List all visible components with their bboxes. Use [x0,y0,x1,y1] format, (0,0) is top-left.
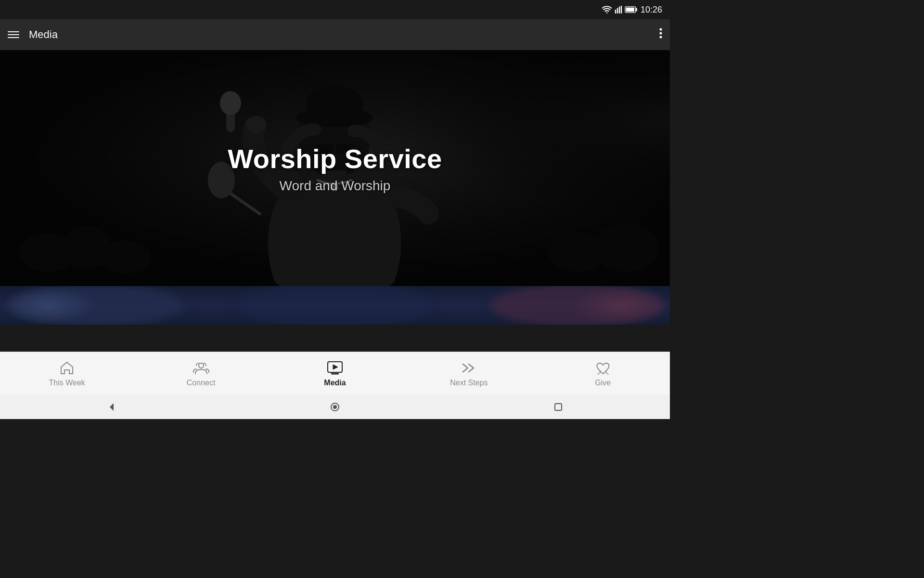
svg-point-10 [660,36,662,39]
nav-item-next-steps[interactable]: Next Steps [440,360,498,387]
svg-point-9 [660,32,662,35]
nav-label-give: Give [595,379,611,387]
status-bar: 10:26 [0,0,670,19]
app-bar-left: Media [8,28,58,41]
svg-rect-6 [636,8,637,12]
hero-text-container: Worship Service Word and Worship [67,143,603,194]
nav-item-give[interactable]: Give [574,360,632,387]
battery-icon [625,6,638,13]
back-button[interactable] [102,397,121,417]
connect-icon [193,360,209,376]
svg-rect-40 [331,373,339,374]
nav-item-connect[interactable]: Connect [172,360,230,387]
svg-point-0 [606,12,608,13]
preview-row [0,286,670,325]
preview-thumbnails [0,286,670,325]
bottom-nav: This Week Connect Media [0,352,670,395]
svg-marker-39 [333,365,338,369]
svg-rect-7 [626,8,634,12]
app-bar: Media [0,19,670,50]
more-options-button[interactable] [659,27,662,42]
next-steps-icon [461,360,476,376]
app-bar-title: Media [29,28,58,41]
svg-rect-44 [555,404,562,410]
svg-point-8 [660,28,662,31]
hero-area: Worship Service Word and Worship [0,50,670,286]
nav-label-next-steps: Next Steps [450,379,488,387]
nav-label-this-week: This Week [49,379,85,387]
give-icon [595,360,611,376]
hamburger-menu-button[interactable] [8,31,19,38]
nav-label-connect: Connect [187,379,216,387]
media-icon [327,360,343,376]
svg-rect-36 [0,286,670,325]
nav-label-media: Media [324,379,346,387]
home-icon [59,360,75,376]
svg-rect-3 [619,7,620,13]
hero-title: Worship Service [67,143,603,174]
status-icons: 10:26 [602,5,662,15]
recents-button[interactable] [549,397,568,417]
svg-rect-4 [621,6,622,13]
wifi-icon [602,6,612,13]
svg-point-43 [333,405,337,409]
svg-rect-2 [617,8,618,13]
nav-item-this-week[interactable]: This Week [38,360,96,387]
svg-point-37 [199,363,204,368]
svg-rect-1 [615,10,616,13]
signal-icon [615,6,622,13]
svg-marker-41 [110,403,114,411]
nav-item-media[interactable]: Media [306,360,364,387]
home-button[interactable] [325,397,345,417]
status-time: 10:26 [641,5,662,15]
system-nav-bar [0,395,670,419]
hero-subtitle: Word and Worship [67,178,603,194]
